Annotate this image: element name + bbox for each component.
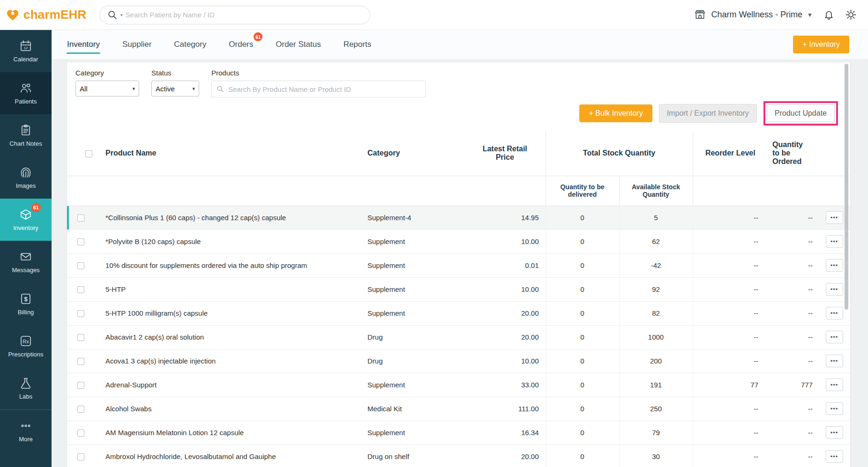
row-checkbox[interactable] — [77, 406, 84, 413]
sidebar-item-calendar[interactable]: 12Calendar — [0, 30, 52, 72]
sidebar-item-patients[interactable]: Patients — [0, 72, 52, 114]
row-checkbox[interactable] — [77, 262, 84, 269]
table-row[interactable]: Abacavir1 2 cap(s) oral solutionDrug20.0… — [67, 325, 850, 349]
product-name-cell[interactable]: 10% discount for supplements ordered via… — [100, 253, 361, 277]
row-checkbox[interactable] — [77, 358, 84, 365]
tab-supplier[interactable]: Supplier — [122, 31, 152, 58]
table-row[interactable]: Alcohol SwabsMedical Kit111.000250----••… — [67, 397, 850, 421]
row-actions-button[interactable]: ••• — [826, 355, 843, 367]
row-checkbox[interactable] — [77, 310, 84, 317]
settings-gear-icon[interactable] — [845, 9, 857, 21]
sidebar-item-chart-notes[interactable]: Chart Notes — [0, 114, 52, 156]
table-row[interactable]: Acova1 3 cap(s) injectable injectionDrug… — [67, 349, 850, 373]
product-name-cell[interactable]: *Collinsonia Plus 1 (60 caps) - changed … — [100, 206, 361, 230]
tab-inventory[interactable]: Inventory — [67, 31, 100, 58]
checkbox-cell — [67, 206, 100, 230]
row-actions-button[interactable]: ••• — [826, 426, 843, 439]
search-icon[interactable] — [107, 10, 118, 20]
notifications-bell-icon[interactable] — [823, 9, 835, 21]
actions-cell: ••• — [818, 445, 850, 467]
row-actions-button[interactable]: ••• — [826, 378, 843, 391]
logo-text: charmEHR — [23, 7, 87, 22]
row-checkbox[interactable] — [77, 382, 84, 389]
row-actions-button[interactable]: ••• — [826, 450, 843, 463]
table-row[interactable]: 5-HTPSupplement10.00092----••• — [67, 277, 850, 301]
bulk-inventory-button[interactable]: + Bulk Inventory — [579, 104, 652, 122]
category-cell: Supplement — [361, 373, 464, 397]
category-filter-label: Category — [75, 69, 139, 77]
sidebar-item-more[interactable]: More — [0, 409, 52, 452]
org-name: Charm Wellness - Prime — [711, 10, 802, 20]
row-checkbox[interactable] — [77, 286, 84, 293]
sidebar-item-inventory[interactable]: Inventory61 — [0, 199, 52, 241]
product-name-cell[interactable]: 5-HTP 1000 milligram(s) capsule — [100, 301, 361, 325]
tab-orders[interactable]: Orders61 — [228, 31, 254, 58]
table-row[interactable]: Ambroxol Hydrochloride, Levosalbutamol a… — [67, 445, 850, 467]
table-row[interactable]: 10% discount for supplements ordered via… — [67, 253, 850, 277]
row-actions-button[interactable]: ••• — [826, 235, 843, 248]
product-update-button[interactable]: Product Update — [767, 104, 835, 122]
import-export-inventory-button[interactable]: Import / Export Inventory — [659, 104, 757, 123]
inventory-table: Product Name Category Latest Retail Pric… — [67, 131, 850, 467]
row-actions-button[interactable]: ••• — [826, 259, 843, 272]
tab-category[interactable]: Category — [173, 31, 207, 58]
sidebar: 12CalendarPatientsChart NotesImagesInven… — [0, 30, 52, 467]
tab-bar: InventorySupplierCategoryOrders61Order S… — [67, 31, 372, 58]
scrollbar-thumb[interactable] — [845, 64, 848, 310]
table-row[interactable]: *Polyvite B (120 caps) capsuleSupplement… — [67, 230, 850, 253]
sidebar-item-labs[interactable]: Labs — [0, 367, 52, 409]
row-checkbox[interactable] — [77, 215, 84, 222]
product-name-cell[interactable]: Acova1 3 cap(s) injectable injection — [100, 349, 361, 373]
category-cell: Drug on shelf — [361, 445, 464, 467]
product-name-cell[interactable]: Alcohol Swabs — [100, 397, 361, 421]
select-all-checkbox[interactable] — [85, 150, 92, 157]
product-name-cell[interactable]: AM Magensium Melatonin Lotion 12 capsule — [100, 421, 361, 445]
sidebar-item-label: Images — [16, 182, 36, 189]
table-row[interactable]: *Collinsonia Plus 1 (60 caps) - changed … — [67, 206, 850, 230]
product-name-cell[interactable]: Ambroxol Hydrochloride, Levosalbutamol a… — [100, 445, 361, 467]
qty-to-order-cell: -- — [768, 349, 818, 373]
product-name-cell[interactable]: Adrenal-Support — [100, 373, 361, 397]
row-actions-button[interactable]: ••• — [826, 307, 843, 319]
products-filter-label: Products — [211, 69, 426, 77]
tab-order-status[interactable]: Order Status — [275, 31, 321, 58]
product-search-input[interactable] — [228, 85, 421, 93]
add-inventory-button[interactable]: + Inventory — [793, 36, 849, 53]
chevron-down-icon: ▼ — [807, 12, 813, 18]
row-checkbox[interactable] — [77, 334, 84, 341]
qty-to-order-cell: 777 — [768, 373, 818, 397]
category-select[interactable]: All ▾ — [75, 81, 139, 96]
table-row[interactable]: AM Magensium Melatonin Lotion 12 capsule… — [67, 421, 850, 445]
product-name-cell[interactable]: Abacavir1 2 cap(s) oral solution — [100, 325, 361, 349]
row-checkbox[interactable] — [77, 238, 84, 245]
category-cell: Supplement — [361, 277, 464, 301]
col-total-stock-quantity: Total Stock Quantity — [546, 131, 693, 176]
app-logo[interactable]: charmEHR — [6, 7, 99, 22]
row-actions-button[interactable]: ••• — [826, 211, 843, 224]
status-select[interactable]: Active ▾ — [151, 81, 199, 96]
table-row[interactable]: Adrenal-SupportSupplement33.00019177777•… — [67, 373, 850, 397]
product-name-cell[interactable]: *Polyvite B (120 caps) capsule — [100, 230, 361, 253]
table-row[interactable]: 5-HTP 1000 milligram(s) capsuleSupplemen… — [67, 301, 850, 325]
row-actions-button[interactable]: ••• — [826, 283, 843, 296]
reorder-level-cell: 77 — [693, 373, 768, 397]
product-name-cell[interactable]: 5-HTP — [100, 277, 361, 301]
row-checkbox[interactable] — [77, 430, 84, 437]
sidebar-item-images[interactable]: Images — [0, 156, 52, 199]
reorder-level-cell: -- — [693, 277, 768, 301]
row-actions-button[interactable]: ••• — [826, 402, 843, 415]
sidebar-item-billing[interactable]: $Billing — [0, 283, 52, 325]
patient-search-input[interactable] — [126, 11, 362, 19]
sidebar-count-badge: 61 — [31, 203, 41, 212]
search-type-caret-icon[interactable]: ▾ — [120, 13, 123, 17]
tab-reports[interactable]: Reports — [343, 31, 372, 58]
sidebar-item-prescriptions[interactable]: RxPrescriptions — [0, 325, 52, 367]
qty-delivered-cell: 0 — [546, 373, 619, 397]
category-cell: Supplement — [361, 421, 464, 445]
sidebar-item-messages[interactable]: Messages — [0, 241, 52, 283]
available-stock-cell: 82 — [619, 301, 693, 325]
row-actions-button[interactable]: ••• — [826, 331, 843, 343]
row-checkbox[interactable] — [77, 453, 84, 460]
clinic-building-icon — [694, 8, 706, 21]
org-switcher[interactable]: Charm Wellness - Prime ▼ — [694, 8, 813, 21]
